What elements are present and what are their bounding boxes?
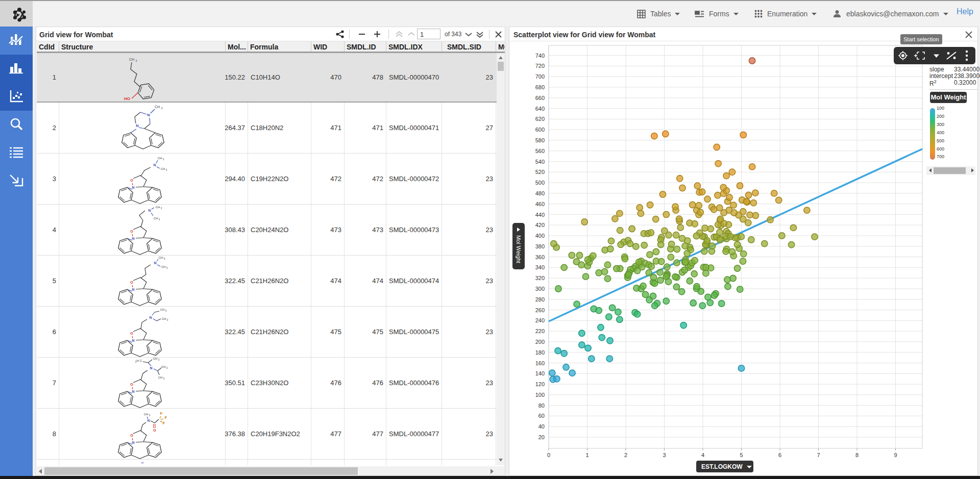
svg-text:240: 240 xyxy=(535,317,545,323)
svg-text:380: 380 xyxy=(535,243,545,249)
svg-text:3: 3 xyxy=(166,169,167,171)
svg-text:160: 160 xyxy=(535,360,545,366)
svg-text:CH: CH xyxy=(159,256,163,259)
svg-text:CH: CH xyxy=(154,217,158,220)
svg-text:340: 340 xyxy=(535,264,545,270)
svg-text:6: 6 xyxy=(778,452,781,458)
svg-text:CH: CH xyxy=(161,365,166,368)
svg-text:8: 8 xyxy=(855,452,859,458)
svg-text:CH: CH xyxy=(158,157,162,160)
svg-text:O: O xyxy=(130,281,133,284)
svg-text:N: N xyxy=(147,113,150,117)
svg-text:3: 3 xyxy=(163,158,164,161)
svg-text:7: 7 xyxy=(817,452,820,458)
svg-text:3: 3 xyxy=(164,258,165,260)
svg-text:CH: CH xyxy=(156,206,160,209)
svg-text:O: O xyxy=(130,434,133,437)
svg-text:O: O xyxy=(130,383,133,386)
svg-text:3: 3 xyxy=(158,359,160,361)
svg-text:260: 260 xyxy=(535,307,545,313)
svg-text:100: 100 xyxy=(535,392,545,398)
svg-text:60: 60 xyxy=(538,413,545,419)
svg-text:HO: HO xyxy=(124,96,130,101)
svg-text:620: 620 xyxy=(535,116,545,122)
svg-text:N: N xyxy=(150,366,152,370)
svg-text:3: 3 xyxy=(161,107,163,110)
svg-text:CH: CH xyxy=(129,58,134,61)
svg-text:CH: CH xyxy=(158,376,163,379)
svg-text:O: O xyxy=(130,179,133,182)
svg-text:N: N xyxy=(132,390,134,393)
svg-text:460: 460 xyxy=(535,201,545,207)
svg-text:N: N xyxy=(132,186,134,189)
svg-text:N: N xyxy=(132,339,134,342)
svg-text:3: 3 xyxy=(159,218,160,221)
svg-text:740: 740 xyxy=(535,53,545,59)
svg-text:F: F xyxy=(160,412,163,415)
svg-text:CH: CH xyxy=(162,317,166,320)
svg-text:20: 20 xyxy=(538,434,545,440)
svg-text:560: 560 xyxy=(535,148,545,154)
svg-text:400: 400 xyxy=(535,233,545,239)
svg-text:0: 0 xyxy=(547,452,550,458)
svg-text:3: 3 xyxy=(166,367,168,369)
svg-text:3: 3 xyxy=(166,267,168,269)
svg-text:F: F xyxy=(165,416,167,419)
svg-text:CH: CH xyxy=(155,105,160,109)
svg-text:2: 2 xyxy=(624,452,627,458)
svg-text:3: 3 xyxy=(149,414,151,417)
svg-text:680: 680 xyxy=(535,84,545,90)
svg-text:CH: CH xyxy=(153,358,158,360)
svg-text:360: 360 xyxy=(535,254,545,260)
svg-text:280: 280 xyxy=(535,296,545,302)
svg-text:500: 500 xyxy=(535,180,545,186)
svg-text:O: O xyxy=(130,332,133,335)
svg-text:580: 580 xyxy=(535,137,545,143)
svg-text:CH: CH xyxy=(160,308,165,311)
svg-text:540: 540 xyxy=(535,159,545,165)
svg-text:N: N xyxy=(148,209,151,212)
svg-text:3: 3 xyxy=(163,377,165,380)
svg-text:220: 220 xyxy=(535,328,545,334)
svg-text:520: 520 xyxy=(535,169,545,175)
svg-text:N: N xyxy=(147,419,150,422)
svg-text:N: N xyxy=(149,316,152,319)
svg-text:N: N xyxy=(132,288,134,291)
svg-text:O: O xyxy=(153,428,156,432)
svg-text:F: F xyxy=(163,421,165,425)
svg-text:320: 320 xyxy=(535,275,545,281)
svg-text:5: 5 xyxy=(740,452,743,458)
svg-text:CH: CH xyxy=(161,265,166,268)
svg-text:480: 480 xyxy=(535,190,545,196)
svg-text:N: N xyxy=(132,441,134,444)
svg-text:3: 3 xyxy=(136,59,137,62)
svg-text:80: 80 xyxy=(538,402,545,409)
svg-text:40: 40 xyxy=(538,423,545,430)
svg-text:660: 660 xyxy=(535,95,545,101)
svg-text:140: 140 xyxy=(535,370,545,376)
svg-text:4: 4 xyxy=(701,452,704,458)
svg-text:200: 200 xyxy=(535,339,545,345)
svg-text:9: 9 xyxy=(894,452,897,458)
svg-text:640: 640 xyxy=(535,106,545,112)
svg-text:3: 3 xyxy=(165,310,167,312)
svg-text:N: N xyxy=(153,163,156,167)
svg-text:CH: CH xyxy=(161,167,165,170)
svg-text:600: 600 xyxy=(535,127,545,133)
svg-text:180: 180 xyxy=(535,349,545,356)
svg-text:440: 440 xyxy=(535,212,545,218)
svg-text:N: N xyxy=(136,123,138,128)
svg-text:300: 300 xyxy=(535,286,545,292)
svg-text:420: 420 xyxy=(535,222,545,228)
svg-text:O: O xyxy=(130,230,133,233)
svg-text:N: N xyxy=(132,237,134,240)
svg-text:3: 3 xyxy=(161,207,162,210)
svg-text:3: 3 xyxy=(663,452,666,458)
svg-text:H: H xyxy=(141,461,143,464)
svg-text:720: 720 xyxy=(535,63,545,69)
svg-text:120: 120 xyxy=(535,381,545,387)
svg-text:700: 700 xyxy=(535,73,545,80)
svg-text:1: 1 xyxy=(585,452,589,458)
svg-text:3: 3 xyxy=(167,319,168,321)
svg-text:H C: H C xyxy=(137,359,142,362)
